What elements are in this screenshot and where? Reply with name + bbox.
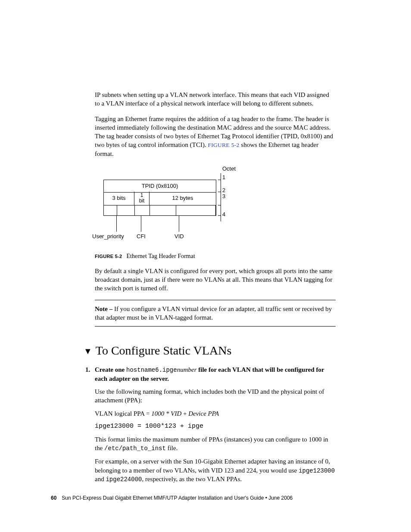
note-lead: Note – bbox=[95, 305, 114, 312]
paragraph: Use the following naming format, which i… bbox=[95, 387, 336, 405]
text: , respectively, as the two VLAN PPAs. bbox=[142, 476, 242, 482]
paragraph: Tagging an Ethernet frame requires the a… bbox=[95, 115, 336, 158]
step-1: 1. Create one hostname6.ipgenumber file … bbox=[85, 365, 336, 383]
paragraph: For example, on a server with the Sun 10… bbox=[95, 457, 336, 484]
paragraph: This format limits the maximum number of… bbox=[95, 435, 336, 453]
cell-3bits: 3 bits bbox=[104, 192, 134, 205]
connector-line bbox=[179, 215, 179, 232]
variable: number bbox=[177, 366, 197, 373]
label-user-priority: User_priority bbox=[92, 233, 124, 240]
octet-value: 2 bbox=[222, 187, 225, 193]
tpid-cell: TPID (0x8100) bbox=[103, 180, 216, 193]
figure-caption: FIGURE 5-2 Ethernet Tag Header Format bbox=[95, 253, 336, 260]
page: IP subnets when setting up a VLAN networ… bbox=[0, 0, 411, 532]
code: ipge224000 bbox=[106, 476, 142, 483]
variable: Device PPA bbox=[188, 410, 219, 417]
formula: VLAN logical PPA = 1000 * VID + Device P… bbox=[95, 409, 336, 418]
page-number: 60 bbox=[51, 495, 56, 501]
text: + bbox=[181, 410, 188, 417]
figure-xref-link[interactable]: FIGURE 5-2 bbox=[208, 142, 239, 148]
section-heading: ▼ To Configure Static VLANs bbox=[84, 344, 336, 358]
octet-value: 3 bbox=[222, 193, 225, 199]
paragraph: By default a single VLAN is configured f… bbox=[95, 267, 336, 293]
cell-12bytes: 12 bytes bbox=[149, 192, 216, 205]
label-cfi: CFI bbox=[137, 233, 146, 240]
empty-row bbox=[103, 205, 216, 216]
code: ipge123000 bbox=[299, 467, 335, 474]
page-footer: 60Sun PCI-Express Dual Gigabit Ethernet … bbox=[51, 495, 293, 501]
text: For example, on a server with the Sun 10… bbox=[95, 458, 330, 473]
variable: 1000 * VID bbox=[151, 410, 181, 417]
text: bit bbox=[139, 198, 145, 204]
step-text: Create one hostname6.ipgenumber file for… bbox=[95, 365, 336, 383]
text: 1 bbox=[140, 192, 143, 198]
footer-title: Sun PCI-Express Dual Gigabit Ethernet MM… bbox=[62, 495, 293, 501]
text: and bbox=[95, 476, 106, 482]
octet-value: 4 bbox=[222, 212, 225, 217]
cell-1bit: 1 bit bbox=[134, 192, 149, 205]
code: /etc/path_to_inst bbox=[104, 445, 166, 452]
section-title: To Configure Static VLANs bbox=[96, 344, 232, 358]
octet-header: Octet bbox=[222, 166, 236, 171]
label-vid: VID bbox=[174, 233, 184, 240]
figure-title: Ethernet Tag Header Format bbox=[127, 253, 195, 259]
step-body: Use the following naming format, which i… bbox=[95, 387, 336, 484]
text: VLAN logical PPA = bbox=[95, 410, 151, 417]
connector-line bbox=[141, 215, 141, 232]
note-body: If you configure a VLAN virtual device f… bbox=[95, 305, 332, 321]
procedure-marker-icon: ▼ bbox=[84, 346, 92, 356]
paragraph: IP subnets when setting up a VLAN networ… bbox=[95, 90, 336, 108]
connector-line bbox=[116, 215, 117, 232]
code-line: ipge123000 = 1000*123 + ipge bbox=[95, 422, 336, 431]
step-number: 1. bbox=[85, 365, 95, 383]
octet-value: 1 bbox=[222, 174, 225, 180]
figure-diagram: TPID (0x8100) 3 bits 1 bit 12 bytes User… bbox=[95, 172, 336, 241]
text: file. bbox=[166, 445, 178, 451]
text: Create one bbox=[95, 366, 126, 373]
octet-axis bbox=[221, 173, 221, 221]
bits-row: 3 bits 1 bit 12 bytes bbox=[103, 192, 216, 205]
note-block: Note – If you configure a VLAN virtual d… bbox=[95, 300, 336, 327]
figure-number: FIGURE 5-2 bbox=[95, 254, 122, 259]
code: hostname6.ipge bbox=[126, 367, 177, 373]
